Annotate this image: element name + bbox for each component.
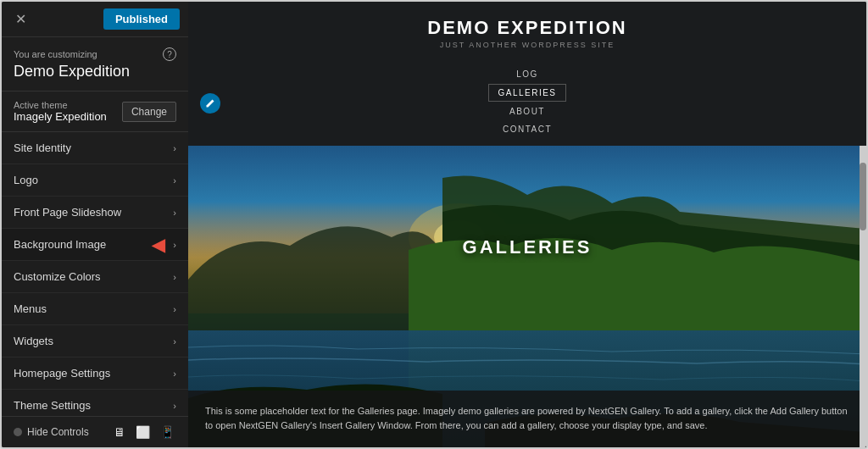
sidebar-item-widgets[interactable]: Widgets › [2, 325, 188, 358]
panel-header: ✕ Published [2, 2, 188, 37]
theme-label: Active theme [14, 100, 107, 110]
help-icon[interactable]: ? [163, 47, 176, 61]
mobile-view-icon[interactable]: 📱 [159, 424, 176, 441]
sidebar-item-homepage-settings[interactable]: Homepage Settings › [2, 358, 188, 390]
site-tagline: JUST ANOTHER WORDPRESS SITE [205, 41, 849, 49]
chevron-icon: › [173, 336, 176, 346]
sidebar-item-menus[interactable]: Menus › [2, 293, 188, 325]
hide-controls-label[interactable]: Hide Controls [27, 426, 89, 438]
website-frame: DEMO EXPEDITION JUST ANOTHER WORDPRESS S… [188, 2, 866, 447]
nav-item-about[interactable]: ABOUT [501, 103, 554, 119]
site-nav: LOG GALLERIES ABOUT CONTACT [188, 61, 866, 146]
scrollbar[interactable] [860, 146, 866, 447]
nav-items-list: Site Identity › Logo › Front Page Slides… [2, 132, 188, 416]
nav-item-log[interactable]: LOG [508, 66, 547, 82]
scrollbar-thumb[interactable] [860, 163, 866, 230]
hero-body-text: This is some placeholder text for the Ga… [205, 404, 849, 434]
chevron-icon: › [173, 175, 176, 186]
close-button[interactable]: ✕ [10, 9, 31, 29]
hide-controls-section[interactable]: Hide Controls [14, 426, 107, 438]
red-arrow-icon: ◀ [152, 235, 164, 255]
sidebar-item-logo[interactable]: Logo › [2, 164, 188, 197]
view-icons: 🖥 ⬜ 📱 [112, 424, 176, 441]
theme-section: Active theme Imagely Expedition Change [2, 91, 188, 132]
edit-icon[interactable] [200, 93, 220, 114]
site-header: DEMO EXPEDITION JUST ANOTHER WORDPRESS S… [188, 2, 866, 61]
customizing-label: You are customizing ? [2, 37, 188, 61]
hero-section: GALLERIES This is some placeholder text … [188, 146, 866, 447]
nav-item-contact[interactable]: CONTACT [494, 121, 560, 137]
chevron-icon: › [173, 240, 176, 250]
theme-name: Imagely Expedition [14, 110, 107, 123]
nav-item-galleries[interactable]: GALLERIES [488, 84, 565, 102]
chevron-icon: › [173, 369, 176, 379]
sidebar-item-front-page-slideshow[interactable]: Front Page Slideshow › [2, 197, 188, 229]
published-button[interactable]: Published [103, 8, 180, 30]
galleries-title: GALLERIES [463, 236, 593, 258]
change-theme-button[interactable]: Change [122, 102, 176, 122]
site-name: Demo Expedition [2, 61, 188, 91]
chevron-icon: › [173, 401, 176, 411]
sidebar-item-background-image[interactable]: Background Image ◀ › [2, 229, 188, 261]
hero-text-section: This is some placeholder text for the Ga… [188, 391, 866, 447]
chevron-icon: › [173, 304, 176, 314]
sidebar-item-customize-colors[interactable]: Customize Colors › [2, 261, 188, 293]
chevron-icon: › [173, 272, 176, 282]
customizer-panel: ✕ Published You are customizing ? Demo E… [2, 2, 188, 447]
chevron-icon: › [173, 208, 176, 218]
site-title: DEMO EXPEDITION [205, 17, 849, 39]
preview-panel: DEMO EXPEDITION JUST ANOTHER WORDPRESS S… [188, 2, 866, 447]
desktop-view-icon[interactable]: 🖥 [112, 424, 127, 441]
panel-footer: Hide Controls 🖥 ⬜ 📱 [2, 416, 188, 447]
sidebar-item-theme-settings[interactable]: Theme Settings › [2, 390, 188, 416]
hide-controls-dot [14, 428, 22, 436]
sidebar-item-site-identity[interactable]: Site Identity › [2, 132, 188, 164]
chevron-icon: › [173, 143, 176, 153]
tablet-view-icon[interactable]: ⬜ [134, 424, 152, 441]
